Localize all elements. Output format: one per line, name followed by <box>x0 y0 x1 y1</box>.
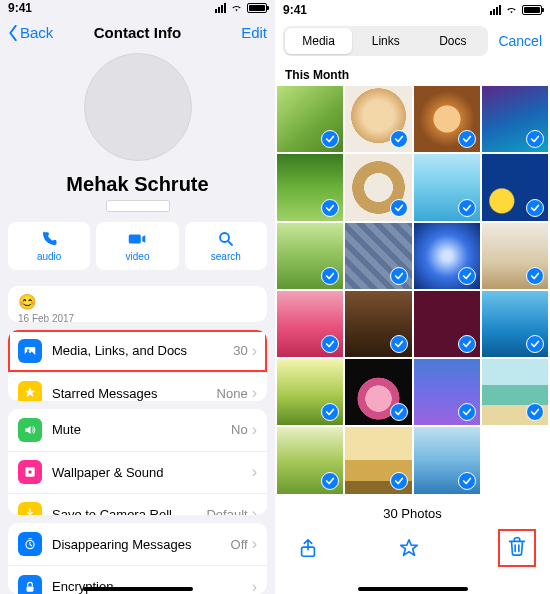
photo-thumb[interactable] <box>482 86 548 152</box>
check-icon <box>526 335 544 353</box>
note-date: 16 Feb 2017 <box>18 313 257 322</box>
photo-thumb[interactable] <box>345 86 411 152</box>
camera-label: Save to Camera Roll <box>52 507 206 516</box>
cancel-button[interactable]: Cancel <box>498 33 542 49</box>
video-label: video <box>126 251 150 262</box>
edit-button[interactable]: Edit <box>241 24 267 41</box>
selection-footer: 30 Photos <box>275 494 550 526</box>
photo-thumb[interactable] <box>414 86 480 152</box>
search-label: search <box>211 251 241 262</box>
timer-icon <box>18 532 42 556</box>
trash-icon <box>506 535 528 557</box>
photo-thumb[interactable] <box>414 359 480 425</box>
search-button[interactable]: search <box>185 222 267 270</box>
delete-button[interactable] <box>498 529 536 567</box>
check-icon <box>390 130 408 148</box>
photo-thumb[interactable] <box>277 86 343 152</box>
phone-field[interactable] <box>106 200 170 212</box>
camera-roll-row[interactable]: Save to Camera Roll Default › <box>8 493 267 516</box>
chevron-right-icon: › <box>252 384 257 401</box>
video-button[interactable]: video <box>96 222 178 270</box>
home-indicator[interactable] <box>358 587 468 591</box>
photo-count: 30 Photos <box>383 506 442 521</box>
wallpaper-icon <box>18 460 42 484</box>
photo-thumb[interactable] <box>345 359 411 425</box>
photo-grid <box>275 86 550 494</box>
check-icon <box>458 335 476 353</box>
check-icon <box>321 472 339 490</box>
photo-thumb[interactable] <box>277 427 343 493</box>
mute-label: Mute <box>52 422 231 437</box>
starred-label: Starred Messages <box>52 386 217 401</box>
check-icon <box>526 267 544 285</box>
photo-thumb[interactable] <box>414 427 480 493</box>
photo-thumb[interactable] <box>277 223 343 289</box>
audio-button[interactable]: audio <box>8 222 90 270</box>
photo-thumb[interactable] <box>345 154 411 220</box>
photo-thumb[interactable] <box>345 291 411 357</box>
cellular-icon <box>215 3 226 13</box>
check-icon <box>390 199 408 217</box>
search-icon <box>217 230 235 248</box>
photo-thumb[interactable] <box>414 291 480 357</box>
check-icon <box>526 199 544 217</box>
photo-thumb[interactable] <box>482 291 548 357</box>
status-bar: 9:41 <box>0 0 275 17</box>
photo-thumb[interactable] <box>414 223 480 289</box>
back-button[interactable]: Back <box>8 24 53 41</box>
starred-messages-row[interactable]: Starred Messages None › <box>8 372 267 401</box>
star-icon[interactable] <box>398 537 420 559</box>
check-icon <box>458 267 476 285</box>
photo-thumb[interactable] <box>414 154 480 220</box>
wallpaper-label: Wallpaper & Sound <box>52 465 252 480</box>
photo-thumb[interactable] <box>482 359 548 425</box>
disappearing-row[interactable]: Disappearing Messages Off › <box>8 523 267 565</box>
svg-point-4 <box>28 470 32 474</box>
battery-icon <box>522 5 542 15</box>
mute-value: No <box>231 422 248 437</box>
photo-thumb[interactable] <box>345 427 411 493</box>
contact-name: Mehak Schrute <box>0 173 275 196</box>
emoji-icon: 😊 <box>18 293 257 311</box>
media-card: Media, Links, and Docs 30 › Starred Mess… <box>8 330 267 401</box>
nav-bar: Back Contact Info Edit <box>0 17 275 49</box>
note-card: 😊 16 Feb 2017 <box>8 286 267 322</box>
share-icon[interactable] <box>297 537 319 559</box>
check-icon <box>390 403 408 421</box>
contact-info-screen: 9:41 Back Contact Info Edit Mehak Schrut… <box>0 0 275 594</box>
media-gallery-screen: 9:41 Media Links Docs Cancel This Month <box>275 0 550 594</box>
tab-media[interactable]: Media <box>285 28 352 54</box>
tab-docs[interactable]: Docs <box>419 28 486 54</box>
mute-row[interactable]: Mute No › <box>8 409 267 451</box>
check-icon <box>390 472 408 490</box>
chevron-right-icon: › <box>252 578 257 594</box>
privacy-card: Disappearing Messages Off › Encryption › <box>8 523 267 594</box>
media-count: 30 <box>233 343 247 358</box>
photo-thumb[interactable] <box>345 223 411 289</box>
star-icon <box>18 381 42 401</box>
back-label: Back <box>20 24 53 41</box>
wallpaper-row[interactable]: Wallpaper & Sound › <box>8 451 267 493</box>
note-row[interactable]: 😊 16 Feb 2017 <box>8 286 267 322</box>
camera-value: Default <box>206 507 247 516</box>
status-bar: 9:41 <box>275 0 550 20</box>
photo-thumb[interactable] <box>277 154 343 220</box>
photo-thumb[interactable] <box>277 291 343 357</box>
avatar[interactable] <box>84 53 192 161</box>
video-icon <box>128 230 146 248</box>
check-icon <box>458 199 476 217</box>
photo-thumb[interactable] <box>277 359 343 425</box>
photo-thumb[interactable] <box>482 154 548 220</box>
wifi-icon <box>230 3 243 13</box>
photos-icon <box>18 339 42 363</box>
tab-links[interactable]: Links <box>352 28 419 54</box>
bottom-toolbar <box>275 526 550 570</box>
check-icon <box>321 267 339 285</box>
segmented-control[interactable]: Media Links Docs <box>283 26 488 56</box>
photo-thumb[interactable] <box>482 223 548 289</box>
home-indicator[interactable] <box>83 587 193 591</box>
media-links-docs-row[interactable]: Media, Links, and Docs 30 › <box>8 330 267 372</box>
photo-thumb[interactable] <box>482 427 548 493</box>
audio-label: audio <box>37 251 61 262</box>
speaker-icon <box>18 418 42 442</box>
